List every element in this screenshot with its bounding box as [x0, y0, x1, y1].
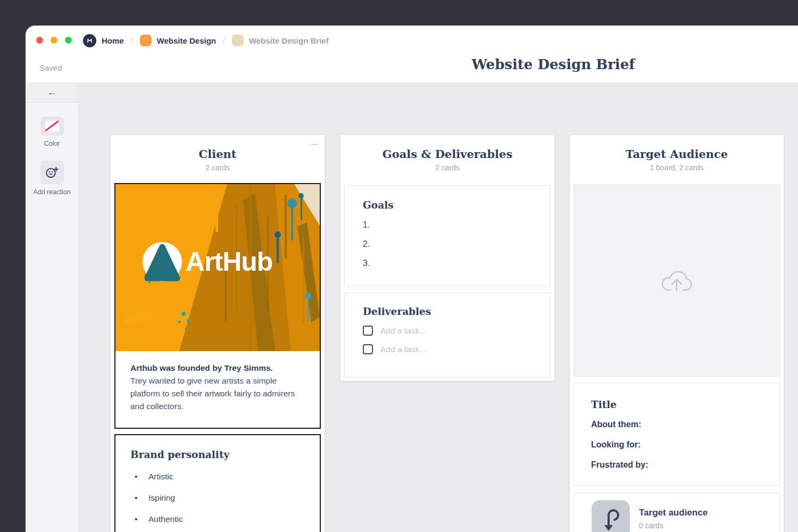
- bullet-icon: •: [130, 493, 148, 503]
- task-placeholder[interactable]: Add a task...: [380, 326, 426, 336]
- goals-card[interactable]: Goals 1. 2. 3.: [344, 185, 551, 286]
- column-target-audience[interactable]: Target Audience 1 board, 2 cards Title A…: [569, 135, 784, 532]
- bullet-label: Ispiring: [148, 493, 175, 503]
- board-item-count: 0 cards: [639, 521, 663, 530]
- task-row[interactable]: Add a task...: [363, 344, 532, 354]
- image-upload-dropzone[interactable]: [573, 184, 780, 377]
- bullet-label: Artistic: [148, 472, 173, 481]
- orange-board-icon: [140, 35, 152, 46]
- color-tool-label: Color: [44, 140, 60, 147]
- list-item: • Ispiring: [130, 493, 305, 503]
- persona-field-about[interactable]: About them:: [591, 419, 762, 430]
- milanote-logo-icon: [83, 34, 96, 47]
- goals-heading: Goals: [363, 200, 532, 211]
- target-audience-board-item[interactable]: Target audience 0 cards: [573, 493, 780, 532]
- board-item-name: Target audience: [639, 508, 708, 518]
- goal-item-2[interactable]: 2.: [363, 239, 532, 249]
- board-icon: [592, 500, 630, 532]
- back-arrow-icon: ←: [47, 87, 57, 98]
- brand-personality-card[interactable]: Brand personality • Artistic • Ispiring …: [114, 434, 321, 532]
- persona-card[interactable]: Title About them: Looking for: Frustrate…: [573, 383, 780, 486]
- list-item: • Authentic: [130, 514, 305, 524]
- column-client-title: Client: [111, 147, 325, 161]
- add-reaction-label: Add reaction: [33, 188, 70, 196]
- add-reaction-tool[interactable]: Add reaction: [26, 161, 78, 196]
- collapse-column-button[interactable]: —: [310, 139, 318, 148]
- breadcrumb: Home / Website Design / Website Design B…: [83, 33, 329, 48]
- arthub-logo: ArtHub: [143, 242, 272, 281]
- breadcrumb-home-label: Home: [102, 36, 124, 45]
- zoom-window-button[interactable]: [65, 37, 72, 44]
- breadcrumb-website-design-brief[interactable]: Website Design Brief: [232, 35, 329, 46]
- goal-item-3[interactable]: 3.: [363, 259, 532, 268]
- close-window-button[interactable]: [36, 37, 43, 44]
- bullet-icon: •: [130, 514, 148, 524]
- color-swatch-icon: [40, 117, 64, 136]
- arthub-artwork-image: ArtHub: [115, 184, 320, 351]
- deliverables-heading: Deliverables: [363, 306, 532, 317]
- column-goals-subtitle: 2 cards: [340, 163, 554, 172]
- breadcrumb-website-design-brief-label: Website Design Brief: [249, 36, 329, 45]
- breadcrumb-separator: /: [131, 36, 133, 45]
- traffic-lights: [36, 37, 72, 44]
- breadcrumb-home[interactable]: Home: [83, 34, 124, 47]
- breadcrumb-website-design-label: Website Design: [157, 36, 216, 45]
- app-window: Home / Website Design / Website Design B…: [26, 26, 798, 532]
- breadcrumb-separator: /: [223, 36, 225, 45]
- toolbar-sidebar: ← Color Add reaction: [26, 82, 79, 532]
- breadcrumb-website-design[interactable]: Website Design: [140, 35, 216, 46]
- persona-heading: Title: [591, 399, 762, 410]
- color-tool[interactable]: Color: [26, 117, 78, 147]
- cloud-upload-icon: [659, 267, 694, 294]
- column-goals-title: Goals & Deliverables: [340, 147, 554, 161]
- column-goals-deliverables[interactable]: Goals & Deliverables 2 cards Goals 1. 2.…: [340, 135, 555, 381]
- beige-board-icon: [232, 35, 244, 46]
- arthub-image-card[interactable]: ArtHub Arthub was founded by Trey Simms.…: [114, 183, 321, 429]
- task-checkbox[interactable]: [363, 326, 373, 336]
- persona-field-looking[interactable]: Looking for:: [591, 439, 762, 451]
- goal-item-1[interactable]: 1.: [363, 220, 532, 230]
- column-client[interactable]: — Client 2 cards: [110, 135, 325, 532]
- bullet-label: Authentic: [148, 514, 183, 524]
- arthub-logo-text: ArtHub: [186, 247, 272, 277]
- task-checkbox[interactable]: [363, 344, 373, 354]
- column-target-title: Target Audience: [570, 147, 784, 161]
- deliverables-card[interactable]: Deliverables Add a task... Add a task...: [344, 293, 551, 378]
- persona-field-frustrated[interactable]: Frustrated by:: [591, 459, 762, 471]
- list-item: • Artistic: [130, 472, 305, 481]
- client-note-bold: Arthub was founded by Trey Simms.: [130, 362, 305, 375]
- reaction-smiley-icon: [40, 161, 64, 184]
- minimize-window-button[interactable]: [51, 37, 57, 44]
- column-client-subtitle: 2 cards: [111, 163, 325, 172]
- bullet-icon: •: [130, 472, 148, 481]
- client-note-body: Trey wanted to give new artists a simple…: [130, 375, 305, 413]
- task-row[interactable]: Add a task...: [363, 326, 532, 336]
- column-target-subtitle: 1 board, 2 cards: [570, 163, 784, 172]
- save-status: Saved: [39, 63, 62, 72]
- board-canvas[interactable]: — Client 2 cards: [79, 82, 798, 532]
- brand-personality-heading: Brand personality: [130, 449, 305, 460]
- back-button[interactable]: ←: [26, 82, 78, 103]
- page-title[interactable]: Website Design Brief: [472, 56, 635, 72]
- task-placeholder[interactable]: Add a task...: [380, 345, 426, 354]
